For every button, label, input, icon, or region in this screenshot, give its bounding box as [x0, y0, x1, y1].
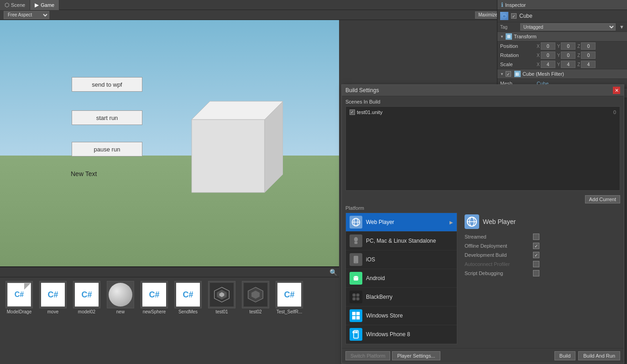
svg-rect-29 — [355, 331, 357, 333]
list-item[interactable]: C# Test_SelfR... — [274, 281, 305, 314]
scale-x-field: X — [537, 61, 555, 68]
svg-rect-19 — [353, 294, 356, 297]
windows-svg-icon — [351, 311, 361, 320]
streamed-checkbox[interactable] — [533, 234, 539, 240]
rot-y-input[interactable] — [561, 52, 575, 59]
script-debug-checkbox[interactable] — [533, 270, 539, 276]
scene-index: 0 — [613, 109, 616, 115]
rotation-row: Rotation X Y Z — [497, 51, 627, 60]
pos-x-input[interactable] — [541, 42, 555, 50]
cs-script-icon: C# — [142, 283, 166, 307]
aspect-select[interactable]: Free Aspect — [4, 11, 49, 19]
object-enabled-checkbox[interactable] — [511, 13, 517, 19]
component-collapse-icon: ▼ — [500, 35, 504, 39]
player-settings-btn[interactable]: Player Settings... — [392, 351, 440, 360]
tux-icon — [351, 236, 361, 245]
dialog-title-bar: Build Settings ✕ — [342, 85, 624, 96]
cube-svg — [173, 83, 283, 211]
rot-x-input[interactable] — [541, 52, 555, 59]
offline-option-row: Offline Deployment — [465, 243, 617, 249]
mesh-filter-icon: ▦ — [514, 71, 521, 77]
cs-script-icon: C# — [176, 283, 200, 307]
mesh-collapse-icon: ▼ — [500, 72, 504, 76]
start-run-btn[interactable]: start run — [72, 110, 142, 125]
streamed-option-row: Streamed — [465, 234, 617, 240]
rot-x-field: X — [537, 52, 555, 59]
scale-z-label: Z — [577, 62, 580, 67]
asset-panel-toolbar: 🔍 — [0, 267, 339, 277]
autoconnect-label: Autoconnect Profiler — [465, 261, 533, 267]
pc-mac-label: PC, Mac & Linux Standalone — [366, 238, 453, 244]
ground-bg — [0, 156, 339, 266]
script-debug-option-row: Script Debugging — [465, 270, 617, 276]
windows-store-icon — [350, 309, 362, 322]
pos-y-input[interactable] — [561, 42, 575, 50]
platform-item-blackberry[interactable]: BlackBerry — [346, 288, 457, 307]
add-current-btn[interactable]: Add Current — [585, 195, 620, 203]
asset-label: SendMes — [178, 309, 198, 314]
platform-item-windows-phone[interactable]: Windows Phone 8 — [346, 325, 457, 344]
layer-select-arrow: ▼ — [619, 24, 624, 30]
platform-list: Web Player ▶ PC, Mac & Linux Standalone — [345, 213, 457, 344]
scale-z-input[interactable] — [581, 61, 596, 68]
scene-icon: ⬡ — [5, 2, 9, 8]
x-axis-label: X — [537, 44, 540, 49]
asset-icon: C# — [174, 281, 202, 308]
list-item[interactable]: C# newSphere — [139, 281, 170, 314]
tab-game[interactable]: ▶ Game — [30, 0, 59, 10]
windows-phone-svg-icon — [351, 330, 361, 339]
pos-y-field: Y — [557, 42, 576, 50]
platform-item-ios[interactable]: iOS — [346, 250, 457, 269]
list-item[interactable]: C# ModelDrage — [4, 281, 35, 314]
platform-item-pc-mac[interactable]: PC, Mac & Linux Standalone — [346, 232, 457, 250]
scale-row: Scale X Y Z — [497, 60, 627, 69]
pos-z-input[interactable] — [581, 42, 596, 50]
list-item[interactable]: C# model02 — [71, 281, 102, 314]
mesh-filter-component-header[interactable]: ▼ ▦ Cube (Mesh Filter) — [497, 69, 627, 79]
scale-y-input[interactable] — [561, 61, 575, 68]
transform-component-header[interactable]: ▼ ⊞ Transform — [497, 31, 627, 42]
cs-script-icon: C# — [41, 283, 65, 307]
svg-rect-26 — [356, 316, 360, 320]
blackberry-svg-icon — [351, 292, 361, 302]
inspector-icon: ℹ — [501, 1, 503, 8]
table-row: ✓ test01.unity 0 — [348, 109, 618, 116]
scale-x-input[interactable] — [541, 61, 555, 68]
platform-item-android[interactable]: Android — [346, 269, 457, 288]
dev-build-checkbox[interactable] — [533, 252, 539, 258]
tag-label: Tag — [500, 25, 518, 30]
offline-checkbox[interactable] — [533, 243, 539, 249]
tag-select[interactable]: Untagged — [520, 23, 616, 31]
transform-icon: ⊞ — [506, 33, 512, 40]
pc-mac-icon — [350, 234, 362, 247]
build-and-run-btn[interactable]: Build And Run — [578, 351, 620, 360]
list-item[interactable]: test01 — [206, 281, 237, 314]
switch-platform-btn[interactable]: Switch Platform — [345, 351, 390, 360]
android-icon — [350, 272, 362, 285]
game-viewport-container: send to wpf start run pause run New Text… — [0, 20, 339, 335]
platform-item-web-player[interactable]: Web Player ▶ — [346, 213, 457, 232]
send-to-wpf-btn[interactable]: send to wpf — [72, 77, 142, 92]
asset-label: new — [116, 309, 125, 314]
list-item[interactable]: C# SendMes — [172, 281, 204, 314]
asset-icon: C# — [5, 281, 33, 308]
list-item[interactable]: new — [105, 281, 136, 314]
dialog-close-btn[interactable]: ✕ — [613, 87, 620, 94]
list-item[interactable]: C# move — [37, 281, 68, 314]
list-item[interactable]: test02 — [240, 281, 271, 314]
platform-item-windows-store[interactable]: Windows Store — [346, 307, 457, 325]
scale-y-field: Y — [557, 61, 576, 68]
autoconnect-checkbox[interactable] — [533, 261, 539, 267]
build-btn[interactable]: Build — [554, 351, 575, 360]
position-row: Position X Y Z — [497, 42, 627, 51]
ios-label: iOS — [366, 256, 453, 263]
sphere-icon — [109, 283, 132, 307]
dialog-title: Build Settings — [345, 87, 379, 94]
asset-label: Test_SelfR... — [277, 309, 303, 314]
pause-run-btn[interactable]: pause run — [72, 142, 142, 156]
rot-z-input[interactable] — [581, 52, 596, 59]
scene-checkbox[interactable]: ✓ — [350, 109, 355, 115]
unity-logo-icon — [244, 283, 267, 307]
mesh-enabled-checkbox[interactable] — [506, 71, 511, 77]
tab-scene[interactable]: ⬡ Scene — [0, 0, 30, 10]
